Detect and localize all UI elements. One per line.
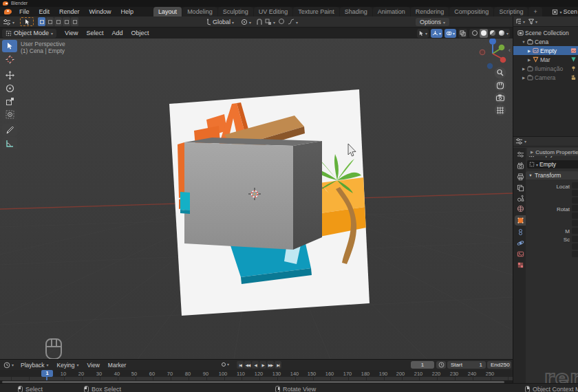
viewport-menu-item[interactable]: Object <box>127 30 153 36</box>
workspace-tab[interactable]: Sculpting <box>218 7 253 17</box>
timeline-menu-item[interactable]: Playback <box>17 362 53 369</box>
panel-collapse-arrow[interactable]: ‹ <box>509 47 511 54</box>
viewport-menu-item[interactable]: View <box>61 30 82 36</box>
object-mode-dropdown[interactable]: Object Mode ▾ <box>2 29 56 38</box>
workspace-tab[interactable]: Scripting <box>494 7 528 17</box>
perspective-toggle-button[interactable] <box>495 105 506 116</box>
field-sliver[interactable] <box>572 197 578 204</box>
outliner-row-camera[interactable]: ▶ Camera <box>513 73 578 82</box>
tab-output[interactable] <box>515 172 526 182</box>
teal-box[interactable] <box>180 192 190 214</box>
tab-physics[interactable] <box>515 238 526 248</box>
mode-set-button[interactable] <box>38 17 45 26</box>
shading-rendered-button[interactable] <box>497 29 506 38</box>
mesh-data-icon[interactable] <box>570 56 577 63</box>
menu-item[interactable]: File <box>14 7 34 17</box>
tab-texture[interactable] <box>515 260 526 270</box>
object-visibility-dropdown[interactable]: ▾ <box>417 29 429 38</box>
shading-solid-button[interactable] <box>480 29 488 38</box>
proportional-editing-toggle[interactable] <box>279 19 284 24</box>
tab-world[interactable] <box>515 204 526 214</box>
mode-intersect-button[interactable] <box>71 17 78 26</box>
auto-keying-button[interactable]: ▾ <box>222 362 229 367</box>
active-tool-indicator[interactable] <box>20 17 34 26</box>
blender-menu-icon[interactable] <box>4 9 12 14</box>
expand-arrow-icon[interactable]: ▶ <box>527 58 531 62</box>
options-button[interactable]: Options ▾ <box>416 18 449 26</box>
scene-selector[interactable]: ▾ Scen <box>552 7 578 17</box>
menu-item[interactable]: Edit <box>34 7 55 17</box>
image-data-icon[interactable] <box>570 47 577 54</box>
shading-material-button[interactable] <box>489 29 497 38</box>
select-box-tool[interactable] <box>2 40 17 52</box>
field-sliver[interactable] <box>572 182 578 188</box>
panel-section-header[interactable]: ▶ Custom Properties <box>527 148 578 156</box>
menu-item[interactable]: Help <box>116 7 139 17</box>
tab-view-layer[interactable] <box>515 183 526 193</box>
transport-button[interactable]: ▶| <box>275 361 281 369</box>
chevron-down-icon[interactable]: ▾ <box>524 139 526 144</box>
active-tool-dropdown[interactable]: ▾ <box>3 18 14 26</box>
cube-object[interactable] <box>184 138 322 250</box>
transport-button[interactable]: ◀◀ <box>244 361 251 369</box>
workspace-tab[interactable]: Shading <box>340 7 372 17</box>
show-overlays-toggle[interactable]: ▾ <box>445 29 456 38</box>
timeline-menu-item[interactable]: View <box>83 362 104 369</box>
timeline-editor-type-dropdown[interactable]: ▾ <box>0 362 14 369</box>
xray-toggle[interactable] <box>458 29 467 38</box>
cursor-tool[interactable] <box>2 53 17 65</box>
outliner-filter-dropdown[interactable]: ▾ <box>528 18 537 25</box>
snap-toggle[interactable] <box>256 19 263 25</box>
field-sliver[interactable] <box>572 228 578 234</box>
3d-scene[interactable]: ‹ <box>0 28 513 359</box>
tab-object[interactable] <box>515 215 526 226</box>
zoom-button[interactable] <box>495 67 506 79</box>
menu-item[interactable]: Window <box>85 7 116 17</box>
transform-orientation-dropdown[interactable]: Global ▾ <box>204 17 234 28</box>
mode-invert-button[interactable] <box>63 17 70 26</box>
workspace-tab[interactable]: Layout <box>153 7 182 17</box>
transport-button[interactable]: ▶ <box>259 361 266 369</box>
outliner-row-iluminacao[interactable]: ▶ Iluminação <box>513 64 578 73</box>
field-sliver[interactable] <box>572 190 578 196</box>
gizmo-x-axis[interactable] <box>500 57 506 63</box>
expand-arrow-icon[interactable]: ▶ <box>522 67 526 71</box>
field-sliver[interactable] <box>572 236 578 242</box>
camera-view-button[interactable] <box>495 92 506 104</box>
frame-end-field[interactable]: End 250 <box>487 361 511 369</box>
workspace-tab[interactable]: Rendering <box>411 7 449 17</box>
snap-target-dropdown[interactable]: ▾ <box>265 19 275 25</box>
mode-subtract-button[interactable] <box>54 17 62 26</box>
viewport-menu-item[interactable]: Add <box>107 30 127 36</box>
workspace-tab[interactable]: Compositing <box>449 7 493 17</box>
current-frame-field[interactable]: 1 <box>411 361 434 369</box>
tab-constraints[interactable] <box>515 227 526 237</box>
pan-hand-button[interactable] <box>495 80 506 91</box>
pivot-point-dropdown[interactable]: ▾ <box>241 19 251 25</box>
outliner-row-cena[interactable]: ▼ Cena <box>513 37 578 46</box>
field-sliver[interactable] <box>572 213 578 219</box>
preview-range-clock-button[interactable] <box>436 361 446 369</box>
move-tool[interactable] <box>2 69 17 81</box>
tab-scene[interactable] <box>515 193 526 204</box>
field-sliver[interactable] <box>572 243 578 250</box>
gizmo-y-axis[interactable] <box>499 45 505 51</box>
expand-arrow-icon[interactable]: ▶ <box>522 76 526 80</box>
outliner-row-scene-collection[interactable]: Scene Collection <box>513 28 578 37</box>
gizmo-z-axis[interactable] <box>489 38 496 45</box>
tab-render[interactable] <box>515 161 526 171</box>
timeline-menu-item[interactable]: Marker <box>104 362 130 369</box>
outliner-row-empty[interactable]: ▶ Empty <box>513 46 578 55</box>
annotate-tool[interactable] <box>2 124 17 136</box>
transform-panel-header[interactable]: ▼ Transform <box>526 171 578 179</box>
transform-tool[interactable] <box>2 108 17 120</box>
light-icon[interactable] <box>570 65 577 72</box>
rotate-tool[interactable] <box>2 82 17 94</box>
workspace-tab[interactable]: UV Editing <box>254 7 293 17</box>
show-gizmo-toggle[interactable]: ▾ <box>431 29 442 38</box>
frame-start-field[interactable]: Start 1 <box>447 361 486 369</box>
gizmo-x-neg[interactable] <box>480 50 485 55</box>
tab-tool[interactable] <box>515 149 526 160</box>
field-sliver[interactable] <box>572 251 578 257</box>
shading-wireframe-button[interactable] <box>471 29 479 38</box>
